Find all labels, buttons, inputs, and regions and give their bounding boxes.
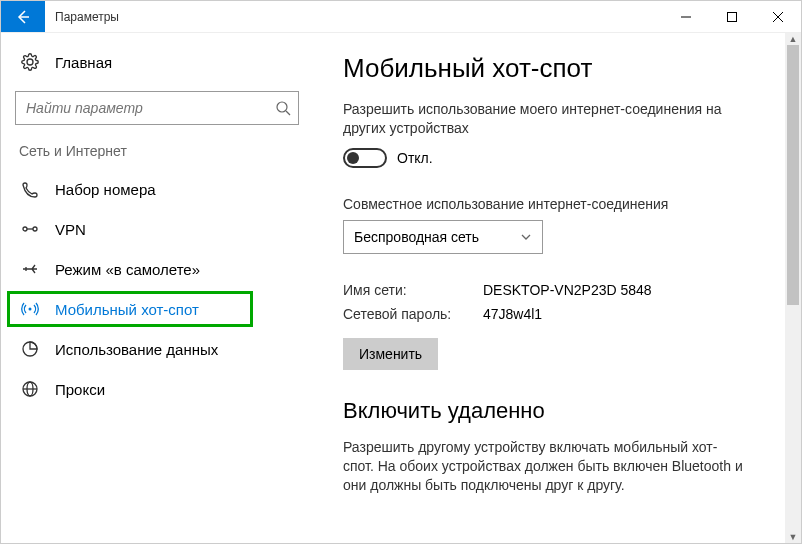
sidebar-item-vpn[interactable]: VPN (1, 209, 313, 249)
titlebar: Параметры (1, 1, 801, 33)
window-title: Параметры (45, 1, 119, 32)
globe-icon (19, 380, 41, 398)
sidebar-item-label: Прокси (55, 381, 105, 398)
home-button[interactable]: Главная (1, 47, 313, 77)
scroll-up-arrow[interactable]: ▲ (785, 33, 801, 45)
remote-description: Разрешить другому устройству включать мо… (343, 438, 743, 495)
scrollbar-thumb[interactable] (787, 45, 799, 305)
sidebar-item-label: Использование данных (55, 341, 218, 358)
svg-rect-2 (728, 12, 737, 21)
sidebar-item-dialup[interactable]: Набор номера (1, 169, 313, 209)
hotspot-icon (19, 300, 41, 318)
share-description: Разрешить использование моего интернет-с… (343, 100, 743, 138)
network-password-label: Сетевой пароль: (343, 306, 483, 322)
section-label: Сеть и Интернет (1, 143, 313, 159)
sidebar-item-label: Режим «в самолете» (55, 261, 200, 278)
svg-point-8 (33, 227, 37, 231)
search-input[interactable] (15, 91, 299, 125)
window-controls (663, 1, 801, 32)
sidebar-item-label: Набор номера (55, 181, 156, 198)
sidebar-item-label: VPN (55, 221, 86, 238)
home-label: Главная (55, 54, 112, 71)
sidebar: Главная Сеть и Интернет Набор номера VPN (1, 33, 313, 543)
gear-icon (19, 53, 41, 71)
svg-point-10 (29, 308, 32, 311)
share-from-label: Совместное использование интернет-соедин… (343, 196, 761, 212)
svg-point-7 (23, 227, 27, 231)
maximize-button[interactable] (709, 1, 755, 32)
scroll-down-arrow[interactable]: ▼ (785, 531, 801, 543)
scrollbar[interactable]: ▲ ▼ (785, 33, 801, 543)
toggle-state-label: Откл. (397, 150, 433, 166)
minimize-button[interactable] (663, 1, 709, 32)
change-button[interactable]: Изменить (343, 338, 438, 370)
network-name-label: Имя сети: (343, 282, 483, 298)
vpn-icon (19, 220, 41, 238)
close-button[interactable] (755, 1, 801, 32)
page-heading: Мобильный хот-спот (343, 53, 761, 84)
svg-point-5 (277, 102, 287, 112)
hotspot-toggle[interactable] (343, 148, 387, 168)
select-value: Беспроводная сеть (354, 229, 479, 245)
chevron-down-icon (520, 231, 532, 243)
sidebar-item-airplane[interactable]: Режим «в самолете» (1, 249, 313, 289)
phone-icon (19, 180, 41, 198)
sidebar-item-label: Мобильный хот-спот (55, 301, 199, 318)
network-password-value: 47J8w4l1 (483, 306, 542, 322)
network-name-value: DESKTOP-VN2P23D 5848 (483, 282, 652, 298)
share-from-select[interactable]: Беспроводная сеть (343, 220, 543, 254)
sidebar-item-proxy[interactable]: Прокси (1, 369, 313, 409)
sidebar-item-data-usage[interactable]: Использование данных (1, 329, 313, 369)
airplane-icon (19, 260, 41, 278)
remote-heading: Включить удаленно (343, 398, 761, 424)
sidebar-item-hotspot[interactable]: Мобильный хот-спот (1, 289, 313, 329)
svg-line-6 (286, 111, 290, 115)
data-usage-icon (19, 340, 41, 358)
search-icon (275, 100, 291, 116)
search-box[interactable] (15, 91, 299, 125)
back-button[interactable] (1, 1, 45, 32)
main-content: Мобильный хот-спот Разрешить использован… (313, 33, 801, 543)
